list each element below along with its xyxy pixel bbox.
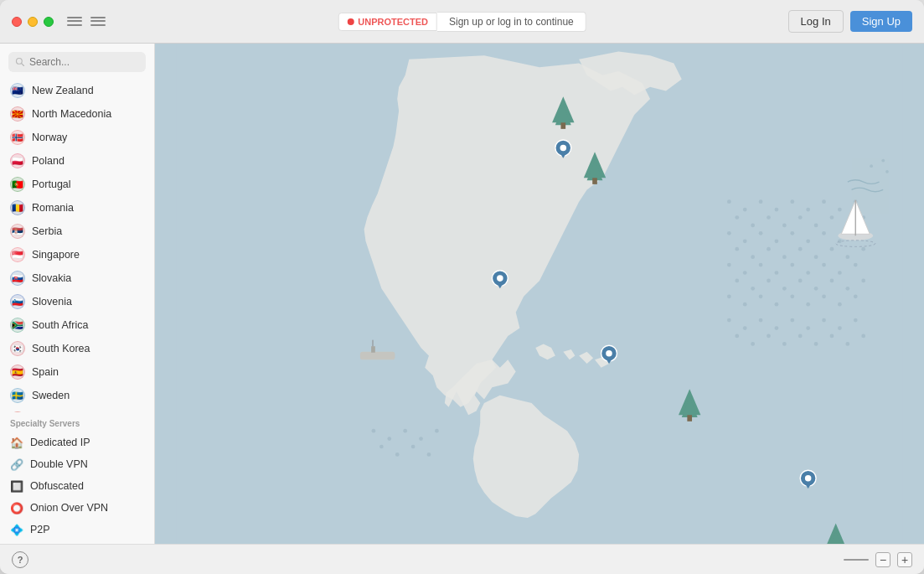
svg-rect-101 [592, 178, 597, 184]
svg-point-83 [861, 334, 865, 339]
country-name-slovenia: Slovenia [32, 296, 72, 308]
country-item-south-africa[interactable]: 🇿🇦 South Africa [0, 313, 154, 337]
svg-point-57 [727, 294, 731, 298]
app-window: UNPROTECTED Sign up or log in to continu… [0, 0, 924, 574]
help-button[interactable]: ? [12, 551, 28, 568]
svg-point-115 [606, 350, 612, 357]
signup-button[interactable]: Sign Up [850, 11, 912, 32]
search-icon [15, 57, 25, 67]
svg-point-48 [735, 279, 739, 283]
svg-point-66 [727, 318, 731, 323]
svg-point-79 [798, 334, 803, 339]
svg-point-91 [411, 445, 416, 449]
svg-point-61 [790, 294, 794, 298]
svg-point-42 [775, 271, 779, 275]
svg-point-109 [560, 145, 567, 152]
svg-point-17 [814, 224, 818, 228]
country-name-romania: Romania [32, 202, 74, 214]
zoom-out-button[interactable]: − [875, 552, 890, 567]
svg-point-59 [759, 294, 763, 298]
sidebar-toggle-button[interactable] [67, 16, 82, 28]
country-item-slovakia[interactable]: 🇸🇰 Slovakia [0, 266, 154, 290]
svg-point-44 [806, 271, 810, 275]
specialty-section-label: Specialty Servers [10, 419, 144, 428]
specialty-item-obfuscated[interactable]: 🔲 Obfuscated [10, 475, 144, 497]
search-box[interactable] [8, 52, 146, 72]
country-item-south-korea[interactable]: 🇰🇷 South Korea [0, 337, 154, 360]
specialty-icon-p2p: 💠 [10, 523, 23, 536]
maximize-button[interactable] [44, 17, 54, 27]
flag-norway: 🇳🇴 [10, 130, 25, 145]
svg-point-35 [814, 255, 818, 259]
svg-point-64 [838, 303, 842, 307]
svg-point-14 [767, 215, 771, 220]
country-item-poland[interactable]: 🇵🇱 Poland [0, 149, 154, 173]
svg-point-81 [830, 334, 834, 339]
svg-point-25 [790, 231, 794, 235]
svg-point-56 [861, 279, 865, 283]
list-view-button[interactable] [90, 16, 106, 28]
svg-point-87 [419, 437, 423, 441]
specialty-icon-obfuscated: 🔲 [10, 479, 23, 493]
country-item-portugal[interactable]: 🇵🇹 Portugal [0, 173, 154, 196]
country-name-north-macedonia: North Macedonia [32, 108, 111, 120]
svg-point-53 [814, 287, 818, 291]
svg-point-27 [822, 231, 826, 235]
svg-point-28 [838, 239, 842, 243]
country-name-norway: Norway [32, 132, 67, 143]
country-item-new-zealand[interactable]: 🇳🇿 New Zealand [0, 79, 154, 102]
country-name-serbia: Serbia [32, 225, 62, 237]
protection-status-badge: UNPROTECTED [338, 13, 437, 31]
svg-point-6 [775, 208, 779, 212]
svg-point-38 [861, 247, 865, 251]
flag-spain: 🇪🇸 [10, 365, 25, 380]
country-item-singapore[interactable]: 🇸🇬 Singapore [0, 243, 154, 266]
country-item-romania[interactable]: 🇷🇴 Romania [0, 196, 154, 220]
svg-point-76 [751, 342, 755, 346]
svg-point-65 [854, 294, 858, 298]
svg-line-1 [22, 64, 24, 66]
svg-point-52 [798, 279, 803, 283]
flag-new-zealand: 🇳🇿 [10, 83, 25, 98]
titlebar-center: UNPROTECTED Sign up or log in to continu… [338, 12, 586, 32]
close-button[interactable] [12, 17, 22, 27]
svg-point-60 [775, 303, 779, 307]
specialty-item-p2p[interactable]: 💠 P2P [10, 519, 144, 540]
svg-point-58 [743, 303, 747, 307]
zoom-in-button[interactable]: + [897, 552, 912, 567]
country-list: 🇳🇿 New Zealand 🇲🇰 North Macedonia 🇳🇴 Nor… [0, 77, 154, 412]
svg-rect-120 [360, 352, 395, 359]
svg-point-78 [782, 342, 787, 346]
specialty-item-dedicated-ip[interactable]: 🏠 Dedicated IP [10, 432, 144, 453]
flag-portugal: 🇵🇹 [10, 177, 25, 192]
map-area[interactable] [155, 44, 924, 544]
login-button[interactable]: Log In [788, 10, 844, 33]
country-item-serbia[interactable]: 🇷🇸 Serbia [0, 220, 154, 243]
svg-rect-121 [371, 346, 375, 353]
svg-point-39 [727, 263, 731, 267]
country-item-north-macedonia[interactable]: 🇲🇰 North Macedonia [0, 102, 154, 126]
country-item-slovenia[interactable]: 🇸🇮 Slovenia [0, 290, 154, 313]
svg-point-43 [790, 263, 794, 267]
svg-point-93 [870, 164, 873, 168]
svg-point-45 [822, 263, 826, 267]
country-name-new-zealand: New Zealand [32, 85, 94, 96]
country-item-spain[interactable]: 🇪🇸 Spain [0, 360, 154, 384]
country-name-portugal: Portugal [32, 178, 71, 190]
specialty-item-onion-over-vpn[interactable]: ⭕ Onion Over VPN [10, 497, 144, 519]
country-name-singapore: Singapore [32, 249, 80, 261]
country-name-south-africa: South Africa [32, 319, 88, 331]
svg-point-37 [845, 255, 849, 259]
svg-point-36 [830, 247, 834, 251]
minimize-button[interactable] [28, 17, 38, 27]
country-item-sweden[interactable]: 🇸🇪 Sweden [0, 384, 154, 407]
flag-romania: 🇷🇴 [10, 200, 25, 215]
country-item-norway[interactable]: 🇳🇴 Norway [0, 126, 154, 149]
specialty-item-double-vpn[interactable]: 🔗 Double VPN [10, 453, 144, 475]
svg-point-18 [830, 215, 834, 220]
svg-point-62 [806, 303, 810, 307]
svg-point-30 [735, 247, 739, 251]
search-input[interactable] [29, 56, 139, 68]
svg-rect-98 [560, 122, 565, 129]
svg-point-68 [759, 318, 763, 323]
